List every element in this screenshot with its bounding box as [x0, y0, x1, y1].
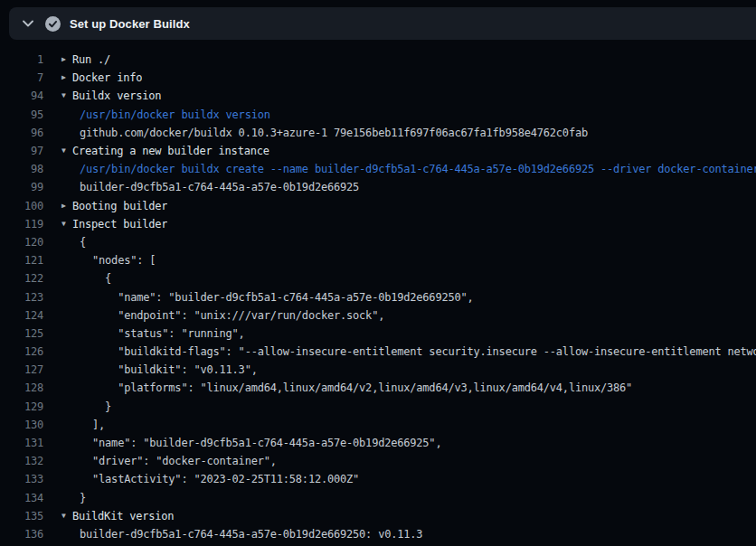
log-line: 126 "buildkitd-flags": "--allow-insecure… — [0, 343, 756, 361]
log-line: 131 "name": "builder-d9cfb5a1-c764-445a-… — [0, 434, 756, 452]
log-container[interactable]: 1 ▶ Run ./ 7 ▶ Docker info 94 ▼ Buildx v… — [0, 40, 756, 546]
actions-log-viewer: { "colors": { "page_bg": "#05080d", "hea… — [0, 0, 756, 546]
line-text: github.com/docker/buildx 0.10.3+azure-1 … — [80, 127, 588, 139]
step-header[interactable]: Set up Docker Buildx — [9, 7, 756, 40]
line-text: builder-d9cfb5a1-c764-445a-a57e-0b19d2e6… — [80, 181, 359, 193]
check-circle-icon — [43, 16, 62, 32]
line-number[interactable]: 119 — [0, 218, 43, 231]
line-number[interactable]: 133 — [0, 473, 43, 485]
log-line: 128 "platforms": "linux/amd64,linux/amd6… — [0, 379, 756, 397]
log-line: 120 { — [0, 233, 756, 251]
line-number[interactable]: 128 — [0, 381, 43, 394]
line-text: builder-d9cfb5a1-c764-445a-a57e-0b19d2e6… — [80, 528, 422, 541]
log-line: 127 "buildkit": "v0.11.3", — [0, 361, 756, 379]
line-number[interactable]: 129 — [0, 400, 43, 413]
line-text: { — [80, 236, 86, 249]
line-text: "nodes": [ — [80, 254, 156, 267]
line-text: Creating a new builder instance — [72, 145, 269, 157]
line-text: Buildx version — [72, 89, 161, 102]
line-number[interactable]: 120 — [0, 236, 43, 249]
step-title: Set up Docker Buildx — [70, 17, 190, 31]
triangle-right-icon: ▶ — [61, 74, 72, 81]
log-line: 130 ], — [0, 416, 756, 434]
triangle-down-icon: ▼ — [61, 221, 72, 228]
triangle-right-icon: ▶ — [61, 202, 72, 210]
line-text: "status": "running", — [80, 327, 245, 340]
line-number[interactable]: 125 — [0, 327, 43, 340]
line-number[interactable]: 96 — [0, 127, 43, 139]
log-line[interactable]: 119 ▼ Inspect builder — [0, 215, 756, 233]
chevron-down-icon[interactable] — [18, 20, 38, 27]
log-line: 136 builder-d9cfb5a1-c764-445a-a57e-0b19… — [0, 525, 756, 543]
line-text: "name": "builder-d9cfb5a1-c764-445a-a57e… — [80, 291, 474, 304]
log-line[interactable]: 1 ▶ Run ./ — [0, 51, 756, 69]
log-line: 123 "name": "builder-d9cfb5a1-c764-445a-… — [0, 287, 756, 306]
log-line: 99 builder-d9cfb5a1-c764-445a-a57e-0b19d… — [0, 178, 756, 196]
line-text: } — [80, 492, 86, 504]
log-line[interactable]: 135 ▼ BuildKit version — [0, 507, 756, 525]
log-line: 129 } — [0, 398, 756, 416]
log-line: 125 "status": "running", — [0, 325, 756, 343]
line-text: "buildkit": "v0.11.3", — [80, 363, 258, 376]
log-line[interactable]: 97 ▼ Creating a new builder instance — [0, 142, 756, 160]
line-number[interactable]: 132 — [0, 455, 43, 467]
line-text: Booting builder — [72, 200, 167, 212]
line-number[interactable]: 1 — [0, 53, 43, 66]
line-number[interactable]: 127 — [0, 363, 43, 376]
line-number[interactable]: 130 — [0, 419, 43, 431]
line-text: /usr/bin/docker buildx create --name bui… — [80, 163, 756, 175]
line-number[interactable]: 100 — [0, 200, 43, 212]
line-text: Run ./ — [72, 53, 110, 66]
triangle-down-icon: ▼ — [61, 513, 72, 520]
log-line[interactable]: 100 ▶ Booting builder — [0, 197, 756, 215]
line-text: Docker info — [72, 71, 142, 84]
log-line: 122 { — [0, 269, 756, 287]
line-number[interactable]: 124 — [0, 309, 43, 322]
line-text: Inspect builder — [72, 218, 167, 231]
log-line: 133 "lastActivity": "2023-02-25T11:58:12… — [0, 470, 756, 488]
line-text: "platforms": "linux/amd64,linux/amd64/v2… — [80, 381, 632, 394]
line-text: "endpoint": "unix:///var/run/docker.sock… — [80, 309, 384, 322]
line-number[interactable]: 135 — [0, 510, 43, 522]
log-line[interactable]: 7 ▶ Docker info — [0, 69, 756, 87]
log-line: 121 "nodes": [ — [0, 251, 756, 269]
line-text: /usr/bin/docker buildx version — [80, 108, 270, 121]
line-number[interactable]: 97 — [0, 145, 43, 157]
line-text: "buildkitd-flags": "--allow-insecure-ent… — [80, 345, 756, 358]
triangle-down-icon: ▼ — [61, 147, 72, 155]
log-line: 95 /usr/bin/docker buildx version — [0, 106, 756, 124]
line-text: { — [80, 272, 111, 285]
log-line: 96 github.com/docker/buildx 0.10.3+azure… — [0, 124, 756, 142]
line-number[interactable]: 7 — [0, 71, 43, 84]
line-number[interactable]: 136 — [0, 528, 43, 541]
log-line: 134 } — [0, 489, 756, 507]
line-text: "lastActivity": "2023-02-25T11:58:12.000… — [80, 473, 359, 485]
line-text: "driver": "docker-container", — [80, 455, 277, 467]
line-text: } — [80, 400, 111, 413]
line-number[interactable]: 122 — [0, 272, 43, 285]
log-line: 98 /usr/bin/docker buildx create --name … — [0, 160, 756, 178]
line-number[interactable]: 126 — [0, 345, 43, 358]
line-number[interactable]: 95 — [0, 108, 43, 121]
line-number[interactable]: 123 — [0, 291, 43, 304]
line-number[interactable]: 98 — [0, 163, 43, 175]
log-line: 132 "driver": "docker-container", — [0, 452, 756, 470]
log-line: 124 "endpoint": "unix:///var/run/docker.… — [0, 306, 756, 325]
line-text: ], — [80, 419, 105, 431]
triangle-right-icon: ▶ — [61, 56, 72, 63]
log-line[interactable]: 94 ▼ Buildx version — [0, 87, 756, 105]
line-number[interactable]: 134 — [0, 492, 43, 504]
line-text: BuildKit version — [72, 510, 174, 522]
line-number[interactable]: 121 — [0, 254, 43, 267]
line-text: "name": "builder-d9cfb5a1-c764-445a-a57e… — [80, 437, 441, 449]
line-number[interactable]: 131 — [0, 437, 43, 449]
line-number[interactable]: 99 — [0, 181, 43, 193]
line-number[interactable]: 94 — [0, 89, 43, 102]
triangle-down-icon: ▼ — [61, 92, 72, 99]
